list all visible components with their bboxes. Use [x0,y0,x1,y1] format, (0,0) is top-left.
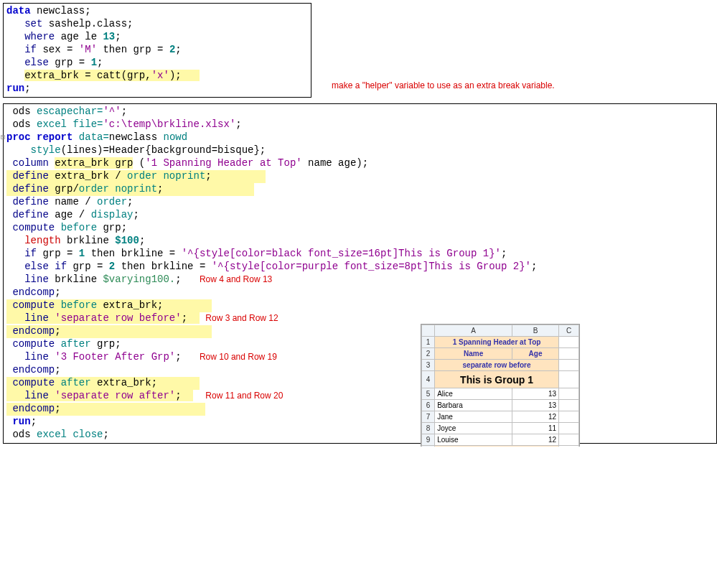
code-line: if grp = 1 then brkline = '^{style[color… [6,248,713,261]
excel-col-header[interactable]: A [435,325,512,337]
code-line: endcomp; [6,403,205,416]
excel-row-header[interactable]: 5 [422,388,435,400]
annotation-row-10-19: Row 10 and Row 19 [200,352,277,362]
code-line: extra_brk = catt(grp,'x'); [6,70,308,83]
excel-row-header[interactable]: 7 [422,411,435,423]
data-name: Alice [435,388,512,400]
code-line: data newclass; [6,5,308,18]
header-age: Age [512,348,559,360]
spanning-header: 1 Spanning Header at Top [435,337,559,348]
code-line: endcomp; [6,325,212,338]
data-age: 13 [512,388,559,400]
annotation-row-4-13: Row 4 and Row 13 [200,274,272,284]
data-name: Barbara [435,400,512,411]
code-line: run; [6,83,308,95]
code-line: endcomp; [6,286,713,299]
code-block-1: data newclass; set sashelp.class; where … [3,3,311,98]
data-age: 11 [512,423,559,434]
data-age: 12 [512,434,559,446]
code-line: compute after extra_brk; [6,377,200,390]
code-line: ⊟proc report data=newclass nowd [6,131,713,144]
code-line: run; [6,416,713,429]
code-line: endcomp; [6,364,713,377]
excel-row-header[interactable]: 1 [422,337,435,348]
separate-row-before: separate row before [435,360,559,371]
code-line: if sex = 'M' then grp = 2; [6,44,308,57]
data-name: Louise [435,434,512,446]
fold-toggle-icon[interactable]: ⊟ [1,133,8,140]
code-line: column extra_brk grp ('1 Spanning Header… [6,157,713,170]
code-line: style(lines)=Header{background=bisque}; [6,144,713,157]
code-line: set sashelp.class; [6,18,308,31]
code-line: compute before grp; [6,222,713,235]
excel-row-header[interactable]: 9 [422,434,435,446]
code-line: compute before extra_brk; [6,299,212,312]
data-age: 12 [512,411,559,423]
code-line: where age le 13; [6,31,308,44]
code-line: define name / order; [6,196,713,209]
excel-col-header[interactable]: C [559,325,579,337]
group-1-header: This is Group 1 [435,371,559,388]
excel-row-header[interactable]: 6 [422,400,435,411]
annotation-helper-var: make a "helper" variable to use as an ex… [332,80,555,90]
excel-row-header[interactable]: 10 [422,446,435,447]
excel-row-header[interactable]: 4 [422,371,435,388]
code-line: compute after grp; [6,338,713,351]
code-line: length brkline $100; [6,235,713,248]
data-age: 13 [512,400,559,411]
code-line: line 'separate row after'; Row 11 and Ro… [6,390,283,403]
header-name: Name [435,348,512,360]
data-name: Jane [435,411,512,423]
code-line: ods excel file='c:\temp\brkline.xlsx'; [6,118,713,131]
annotation-row-3-12: Row 3 and Row 12 [205,313,278,323]
code-line: line 'separate row before'; Row 3 and Ro… [6,312,278,325]
code-line: else if grp = 2 then brkline = '^{style[… [6,261,713,274]
excel-row-header[interactable]: 2 [422,348,435,360]
code-line: line '3 Footer After Grp'; Row 10 and Ro… [6,351,713,364]
code-line: define grp/order noprint; [6,183,254,196]
code-line: line brkline $varying100.; Row 4 and Row… [6,274,713,286]
excel-row-header[interactable]: 8 [422,423,435,434]
code-line: define age / display; [6,209,713,222]
code-block-2: ods escapechar='^'; ods excel file='c:\t… [3,103,717,444]
excel-row-header[interactable]: 3 [422,360,435,371]
code-line: ods escapechar='^'; [6,106,713,118]
excel-preview: ABC 11 Spanning Header at Top 2NameAge 3… [421,324,580,447]
code-line: define extra_brk / order noprint; [6,170,266,183]
footer-after-grp: 3 Footer After Grp [435,446,559,447]
code-line: else grp = 1; [6,57,308,70]
excel-col-header[interactable]: B [512,325,559,337]
data-name: Joyce [435,423,512,434]
code-line: ods excel close; [6,429,713,442]
annotation-row-11-20: Row 11 and Row 20 [205,391,283,401]
